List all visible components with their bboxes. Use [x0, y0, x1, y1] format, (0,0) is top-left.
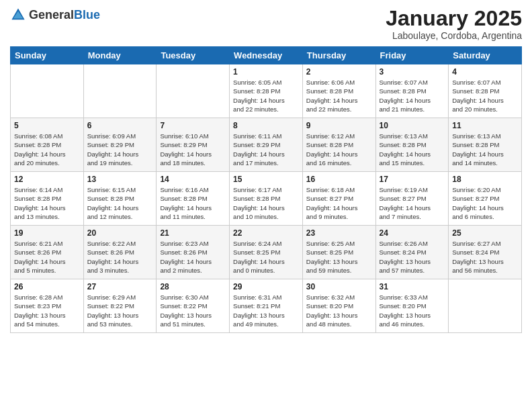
day-number: 29: [233, 282, 299, 291]
day-info: Sunrise: 6:29 AM Sunset: 8:22 PM Dayligh…: [87, 293, 153, 328]
day-number: 21: [160, 228, 226, 238]
day-number: 31: [380, 282, 445, 291]
day-number: 19: [14, 228, 80, 238]
logo-general: General: [29, 8, 74, 21]
col-friday: Friday: [375, 47, 449, 64]
table-row: 23Sunrise: 6:25 AM Sunset: 8:25 PM Dayli…: [302, 226, 375, 279]
table-row: 10Sunrise: 6:13 AM Sunset: 8:28 PM Dayli…: [375, 118, 449, 172]
day-info: Sunrise: 6:07 AM Sunset: 8:28 PM Dayligh…: [380, 78, 445, 113]
day-number: 15: [233, 175, 299, 184]
month-title: January 2025: [386, 7, 522, 30]
table-row: 17Sunrise: 6:19 AM Sunset: 8:27 PM Dayli…: [375, 172, 449, 226]
col-saturday: Saturday: [449, 47, 522, 64]
table-row: [11, 64, 84, 118]
day-info: Sunrise: 6:27 AM Sunset: 8:24 PM Dayligh…: [452, 239, 518, 275]
col-tuesday: Tuesday: [157, 47, 230, 64]
header: GeneralBlue January 2025 Laboulaye, Cord…: [10, 7, 522, 41]
header-right: January 2025 Laboulaye, Cordoba, Argenti…: [386, 7, 522, 41]
calendar-week-row: 26Sunrise: 6:28 AM Sunset: 8:23 PM Dayli…: [11, 279, 522, 333]
day-number: 17: [380, 175, 445, 184]
table-row: 6Sunrise: 6:09 AM Sunset: 8:29 PM Daylig…: [83, 118, 157, 172]
day-number: 25: [452, 228, 518, 238]
day-number: 20: [87, 228, 153, 238]
table-row: [157, 64, 230, 118]
table-row: 4Sunrise: 6:07 AM Sunset: 8:28 PM Daylig…: [449, 64, 522, 118]
table-row: 18Sunrise: 6:20 AM Sunset: 8:27 PM Dayli…: [449, 172, 522, 226]
logo-blue: Blue: [74, 8, 100, 21]
table-row: 15Sunrise: 6:17 AM Sunset: 8:28 PM Dayli…: [230, 172, 303, 226]
table-row: 1Sunrise: 6:05 AM Sunset: 8:28 PM Daylig…: [230, 64, 303, 118]
day-info: Sunrise: 6:25 AM Sunset: 8:25 PM Dayligh…: [306, 239, 372, 275]
logo-icon: [10, 7, 26, 23]
day-number: 7: [160, 121, 226, 130]
day-number: 2: [306, 67, 372, 77]
table-row: [449, 279, 522, 333]
table-row: 11Sunrise: 6:13 AM Sunset: 8:28 PM Dayli…: [449, 118, 522, 172]
location: Laboulaye, Cordoba, Argentina: [386, 30, 522, 41]
day-info: Sunrise: 6:21 AM Sunset: 8:26 PM Dayligh…: [14, 239, 80, 275]
day-info: Sunrise: 6:22 AM Sunset: 8:26 PM Dayligh…: [87, 239, 153, 275]
logo: GeneralBlue: [10, 7, 100, 23]
day-number: 14: [160, 175, 226, 184]
day-info: Sunrise: 6:05 AM Sunset: 8:28 PM Dayligh…: [233, 78, 299, 113]
calendar-header-row: Sunday Monday Tuesday Wednesday Thursday…: [11, 47, 522, 64]
day-info: Sunrise: 6:31 AM Sunset: 8:21 PM Dayligh…: [233, 293, 299, 328]
table-row: 25Sunrise: 6:27 AM Sunset: 8:24 PM Dayli…: [449, 226, 522, 279]
calendar-week-row: 1Sunrise: 6:05 AM Sunset: 8:28 PM Daylig…: [11, 64, 522, 118]
table-row: 12Sunrise: 6:14 AM Sunset: 8:28 PM Dayli…: [11, 172, 84, 226]
day-info: Sunrise: 6:32 AM Sunset: 8:20 PM Dayligh…: [306, 293, 372, 328]
day-number: 16: [306, 175, 372, 184]
day-info: Sunrise: 6:13 AM Sunset: 8:28 PM Dayligh…: [380, 132, 445, 167]
day-number: 6: [87, 121, 153, 130]
calendar-table: Sunday Monday Tuesday Wednesday Thursday…: [10, 46, 522, 333]
day-number: 8: [233, 121, 299, 130]
table-row: 26Sunrise: 6:28 AM Sunset: 8:23 PM Dayli…: [11, 279, 84, 333]
page: GeneralBlue January 2025 Laboulaye, Cord…: [0, 0, 532, 411]
day-number: 13: [87, 175, 153, 184]
day-info: Sunrise: 6:24 AM Sunset: 8:25 PM Dayligh…: [233, 239, 299, 275]
day-info: Sunrise: 6:23 AM Sunset: 8:26 PM Dayligh…: [160, 239, 226, 275]
table-row: 8Sunrise: 6:11 AM Sunset: 8:29 PM Daylig…: [230, 118, 303, 172]
col-thursday: Thursday: [302, 47, 375, 64]
table-row: 27Sunrise: 6:29 AM Sunset: 8:22 PM Dayli…: [83, 279, 157, 333]
day-number: 11: [452, 121, 518, 130]
day-number: 28: [160, 282, 226, 291]
day-number: 24: [380, 228, 445, 238]
day-number: 26: [14, 282, 80, 291]
day-info: Sunrise: 6:15 AM Sunset: 8:28 PM Dayligh…: [87, 185, 153, 221]
day-info: Sunrise: 6:13 AM Sunset: 8:28 PM Dayligh…: [452, 132, 518, 167]
day-info: Sunrise: 6:09 AM Sunset: 8:29 PM Dayligh…: [87, 132, 153, 167]
day-number: 10: [380, 121, 445, 130]
table-row: 2Sunrise: 6:06 AM Sunset: 8:28 PM Daylig…: [302, 64, 375, 118]
day-info: Sunrise: 6:26 AM Sunset: 8:24 PM Dayligh…: [380, 239, 445, 275]
table-row: 3Sunrise: 6:07 AM Sunset: 8:28 PM Daylig…: [375, 64, 449, 118]
table-row: 20Sunrise: 6:22 AM Sunset: 8:26 PM Dayli…: [83, 226, 157, 279]
day-number: 18: [452, 175, 518, 184]
table-row: 9Sunrise: 6:12 AM Sunset: 8:28 PM Daylig…: [302, 118, 375, 172]
day-number: 22: [233, 228, 299, 238]
day-number: 4: [452, 67, 518, 77]
table-row: 29Sunrise: 6:31 AM Sunset: 8:21 PM Dayli…: [230, 279, 303, 333]
day-info: Sunrise: 6:16 AM Sunset: 8:28 PM Dayligh…: [160, 185, 226, 221]
table-row: 24Sunrise: 6:26 AM Sunset: 8:24 PM Dayli…: [375, 226, 449, 279]
table-row: 5Sunrise: 6:08 AM Sunset: 8:28 PM Daylig…: [11, 118, 84, 172]
day-number: 3: [380, 67, 445, 77]
table-row: 7Sunrise: 6:10 AM Sunset: 8:29 PM Daylig…: [157, 118, 230, 172]
table-row: 28Sunrise: 6:30 AM Sunset: 8:22 PM Dayli…: [157, 279, 230, 333]
day-number: 23: [306, 228, 372, 238]
day-info: Sunrise: 6:28 AM Sunset: 8:23 PM Dayligh…: [14, 293, 80, 328]
day-info: Sunrise: 6:06 AM Sunset: 8:28 PM Dayligh…: [306, 78, 372, 113]
table-row: [83, 64, 157, 118]
table-row: 30Sunrise: 6:32 AM Sunset: 8:20 PM Dayli…: [302, 279, 375, 333]
calendar-week-row: 12Sunrise: 6:14 AM Sunset: 8:28 PM Dayli…: [11, 172, 522, 226]
day-number: 12: [14, 175, 80, 184]
day-number: 27: [87, 282, 153, 291]
col-wednesday: Wednesday: [230, 47, 303, 64]
day-info: Sunrise: 6:08 AM Sunset: 8:28 PM Dayligh…: [14, 132, 80, 167]
day-info: Sunrise: 6:33 AM Sunset: 8:20 PM Dayligh…: [380, 293, 445, 328]
col-sunday: Sunday: [11, 47, 84, 64]
day-info: Sunrise: 6:10 AM Sunset: 8:29 PM Dayligh…: [160, 132, 226, 167]
day-info: Sunrise: 6:18 AM Sunset: 8:27 PM Dayligh…: [306, 185, 372, 221]
day-info: Sunrise: 6:12 AM Sunset: 8:28 PM Dayligh…: [306, 132, 372, 167]
table-row: 14Sunrise: 6:16 AM Sunset: 8:28 PM Dayli…: [157, 172, 230, 226]
